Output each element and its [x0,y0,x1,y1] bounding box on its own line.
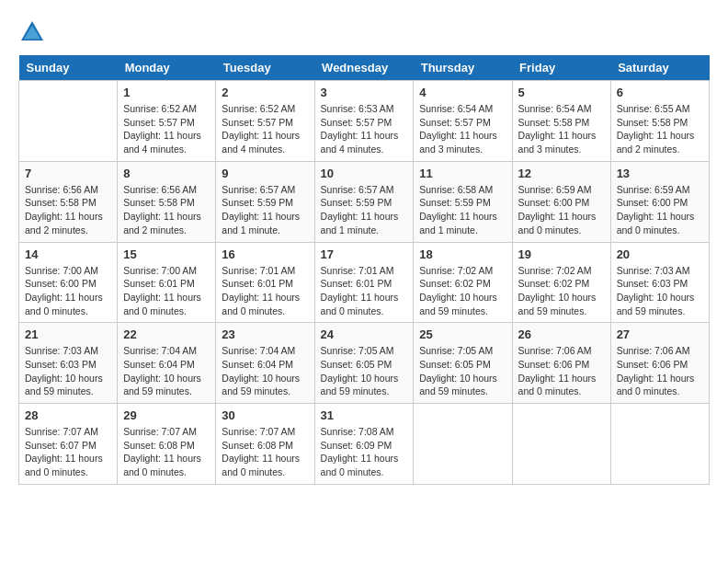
day-info: Sunrise: 6:53 AM Sunset: 5:57 PM Dayligh… [321,102,408,156]
day-cell: 29Sunrise: 7:07 AM Sunset: 6:08 PM Dayli… [118,404,216,485]
column-header-monday: Monday [118,55,216,81]
day-number: 23 [222,327,308,341]
day-cell: 12Sunrise: 6:59 AM Sunset: 6:00 PM Dayli… [512,161,610,242]
column-header-saturday: Saturday [610,55,709,81]
day-info: Sunrise: 6:59 AM Sunset: 6:00 PM Dayligh… [617,183,703,237]
day-number: 20 [617,247,703,261]
week-row-2: 7Sunrise: 6:56 AM Sunset: 5:58 PM Daylig… [19,161,710,242]
day-number: 15 [123,247,210,261]
day-info: Sunrise: 7:04 AM Sunset: 6:04 PM Dayligh… [222,344,308,398]
day-cell: 6Sunrise: 6:55 AM Sunset: 5:58 PM Daylig… [610,81,709,162]
day-info: Sunrise: 7:02 AM Sunset: 6:02 PM Dayligh… [518,264,605,318]
header-row: SundayMondayTuesdayWednesdayThursdayFrid… [19,55,710,81]
day-cell: 26Sunrise: 7:06 AM Sunset: 6:06 PM Dayli… [512,323,610,404]
day-number: 17 [321,247,408,261]
day-cell: 1Sunrise: 6:52 AM Sunset: 5:57 PM Daylig… [118,81,216,162]
day-cell [512,404,610,485]
day-number: 1 [123,86,210,99]
day-info: Sunrise: 7:05 AM Sunset: 6:05 PM Dayligh… [419,344,506,398]
column-header-thursday: Thursday [414,55,512,81]
day-info: Sunrise: 7:01 AM Sunset: 6:01 PM Dayligh… [222,264,308,318]
day-info: Sunrise: 7:08 AM Sunset: 6:09 PM Dayligh… [321,425,408,479]
day-cell: 15Sunrise: 7:00 AM Sunset: 6:01 PM Dayli… [118,242,216,323]
day-cell: 4Sunrise: 6:54 AM Sunset: 5:57 PM Daylig… [414,81,512,162]
column-header-wednesday: Wednesday [314,55,414,81]
day-cell: 5Sunrise: 6:54 AM Sunset: 5:58 PM Daylig… [512,81,610,162]
day-cell: 25Sunrise: 7:05 AM Sunset: 6:05 PM Dayli… [414,323,512,404]
day-cell: 23Sunrise: 7:04 AM Sunset: 6:04 PM Dayli… [216,323,314,404]
logo [18,18,50,46]
day-cell: 18Sunrise: 7:02 AM Sunset: 6:02 PM Dayli… [414,242,512,323]
column-header-sunday: Sunday [19,55,118,81]
day-number: 8 [123,167,210,180]
day-info: Sunrise: 6:52 AM Sunset: 5:57 PM Dayligh… [222,102,308,156]
day-cell: 21Sunrise: 7:03 AM Sunset: 6:03 PM Dayli… [19,323,118,404]
day-info: Sunrise: 7:02 AM Sunset: 6:02 PM Dayligh… [419,264,506,318]
day-number: 25 [419,327,506,341]
page-header [18,18,710,46]
day-number: 16 [222,247,308,261]
day-cell [414,404,512,485]
day-number: 21 [25,327,111,341]
day-cell: 2Sunrise: 6:52 AM Sunset: 5:57 PM Daylig… [216,81,314,162]
day-info: Sunrise: 7:05 AM Sunset: 6:05 PM Dayligh… [321,344,408,398]
day-cell: 28Sunrise: 7:07 AM Sunset: 6:07 PM Dayli… [19,404,118,485]
day-cell: 10Sunrise: 6:57 AM Sunset: 5:59 PM Dayli… [314,161,414,242]
day-number: 24 [321,327,408,341]
column-header-tuesday: Tuesday [216,55,314,81]
day-cell: 3Sunrise: 6:53 AM Sunset: 5:57 PM Daylig… [314,81,414,162]
day-number: 11 [419,167,506,180]
day-info: Sunrise: 6:57 AM Sunset: 5:59 PM Dayligh… [321,183,408,237]
day-number: 27 [617,327,703,341]
calendar-table: SundayMondayTuesdayWednesdayThursdayFrid… [18,55,710,485]
day-info: Sunrise: 7:07 AM Sunset: 6:08 PM Dayligh… [123,425,210,479]
day-cell: 11Sunrise: 6:58 AM Sunset: 5:59 PM Dayli… [414,161,512,242]
day-info: Sunrise: 6:58 AM Sunset: 5:59 PM Dayligh… [419,183,506,237]
day-info: Sunrise: 7:07 AM Sunset: 6:07 PM Dayligh… [25,425,111,479]
week-row-4: 21Sunrise: 7:03 AM Sunset: 6:03 PM Dayli… [19,323,710,404]
day-info: Sunrise: 6:54 AM Sunset: 5:57 PM Dayligh… [419,102,506,156]
day-cell: 13Sunrise: 6:59 AM Sunset: 6:00 PM Dayli… [610,161,709,242]
day-cell [610,404,709,485]
day-cell: 30Sunrise: 7:07 AM Sunset: 6:08 PM Dayli… [216,404,314,485]
day-info: Sunrise: 7:03 AM Sunset: 6:03 PM Dayligh… [25,344,111,398]
day-cell: 17Sunrise: 7:01 AM Sunset: 6:01 PM Dayli… [314,242,414,323]
day-number: 13 [617,167,703,180]
week-row-5: 28Sunrise: 7:07 AM Sunset: 6:07 PM Dayli… [19,404,710,485]
day-cell: 22Sunrise: 7:04 AM Sunset: 6:04 PM Dayli… [118,323,216,404]
day-number: 29 [123,408,210,422]
day-number: 22 [123,327,210,341]
day-info: Sunrise: 6:55 AM Sunset: 5:58 PM Dayligh… [617,102,703,156]
day-info: Sunrise: 7:03 AM Sunset: 6:03 PM Dayligh… [617,264,703,318]
day-info: Sunrise: 6:59 AM Sunset: 6:00 PM Dayligh… [518,183,605,237]
day-info: Sunrise: 7:04 AM Sunset: 6:04 PM Dayligh… [123,344,210,398]
day-number: 10 [321,167,408,180]
day-cell: 24Sunrise: 7:05 AM Sunset: 6:05 PM Dayli… [314,323,414,404]
day-number: 4 [419,86,506,99]
day-number: 7 [25,167,111,180]
day-cell: 9Sunrise: 6:57 AM Sunset: 5:59 PM Daylig… [216,161,314,242]
day-number: 9 [222,167,308,180]
day-number: 5 [518,86,605,99]
day-number: 12 [518,167,605,180]
day-info: Sunrise: 7:01 AM Sunset: 6:01 PM Dayligh… [321,264,408,318]
day-cell: 27Sunrise: 7:06 AM Sunset: 6:06 PM Dayli… [610,323,709,404]
day-cell: 7Sunrise: 6:56 AM Sunset: 5:58 PM Daylig… [19,161,118,242]
day-cell: 19Sunrise: 7:02 AM Sunset: 6:02 PM Dayli… [512,242,610,323]
day-number: 30 [222,408,308,422]
day-info: Sunrise: 7:07 AM Sunset: 6:08 PM Dayligh… [222,425,308,479]
day-info: Sunrise: 6:57 AM Sunset: 5:59 PM Dayligh… [222,183,308,237]
day-info: Sunrise: 6:56 AM Sunset: 5:58 PM Dayligh… [25,183,111,237]
week-row-1: 1Sunrise: 6:52 AM Sunset: 5:57 PM Daylig… [19,81,710,162]
day-number: 6 [617,86,703,99]
day-cell [19,81,118,162]
day-info: Sunrise: 7:06 AM Sunset: 6:06 PM Dayligh… [518,344,605,398]
week-row-3: 14Sunrise: 7:00 AM Sunset: 6:00 PM Dayli… [19,242,710,323]
day-number: 3 [321,86,408,99]
logo-icon [18,18,46,46]
day-info: Sunrise: 7:00 AM Sunset: 6:00 PM Dayligh… [25,264,111,318]
day-number: 2 [222,86,308,99]
day-cell: 20Sunrise: 7:03 AM Sunset: 6:03 PM Dayli… [610,242,709,323]
day-cell: 16Sunrise: 7:01 AM Sunset: 6:01 PM Dayli… [216,242,314,323]
day-number: 19 [518,247,605,261]
